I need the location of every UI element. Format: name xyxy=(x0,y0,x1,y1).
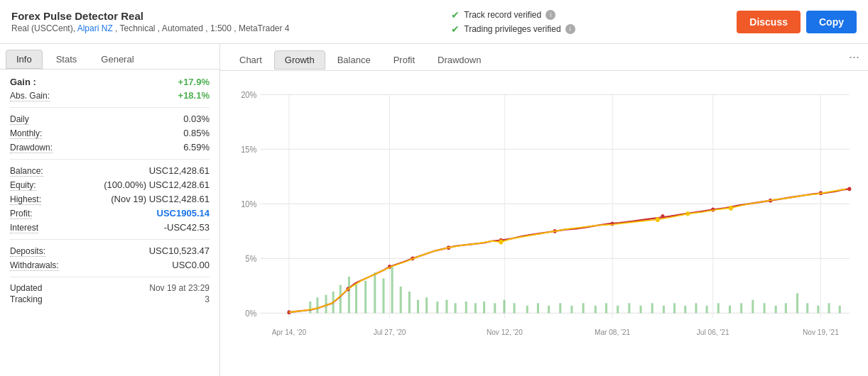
svg-rect-40 xyxy=(465,302,467,313)
chart-tab-balance[interactable]: Balance xyxy=(327,50,381,70)
copy-button[interactable]: Copy xyxy=(806,11,857,33)
equity-value: (100.00%) USC12,428.61 xyxy=(104,179,210,190)
daily-row: Daily 0.03% xyxy=(10,114,210,125)
svg-rect-35 xyxy=(417,300,419,314)
svg-rect-55 xyxy=(628,303,630,313)
info-icon-1[interactable]: i xyxy=(546,10,555,20)
check-icon-1: ✔ xyxy=(451,9,460,21)
svg-text:20%: 20% xyxy=(241,89,257,100)
chart-options-button[interactable]: ··· xyxy=(849,50,859,70)
highest-row: Highest: (Nov 19) USC12,428.61 xyxy=(10,194,210,205)
svg-rect-73 xyxy=(828,303,830,313)
balance-row: Balance: USC12,428.61 xyxy=(10,165,210,177)
svg-rect-38 xyxy=(445,300,447,314)
svg-point-88 xyxy=(499,240,503,245)
chart-tab-drawdown[interactable]: Drawdown xyxy=(427,50,492,70)
svg-rect-36 xyxy=(425,297,428,313)
interest-value: -USC42.53 xyxy=(164,222,210,233)
app-title: Forex Pulse Detector Real xyxy=(11,10,290,22)
alpari-link[interactable]: Alpari NZ xyxy=(77,23,113,33)
svg-rect-56 xyxy=(640,306,642,314)
balance-label: Balance: xyxy=(10,166,43,177)
svg-rect-31 xyxy=(382,278,384,313)
svg-rect-39 xyxy=(455,303,457,313)
svg-rect-49 xyxy=(559,303,561,313)
svg-rect-68 xyxy=(775,306,777,314)
abs-gain-label: Abs. Gain: xyxy=(10,91,50,101)
svg-rect-44 xyxy=(503,300,505,314)
svg-rect-28 xyxy=(355,283,357,313)
updated-value: Nov 19 at 23:29 xyxy=(149,283,210,293)
chart-tabs-row: Chart Growth Balance Profit Drawdown ··· xyxy=(220,44,868,71)
tracking-label: Tracking xyxy=(10,294,43,304)
tab-general[interactable]: General xyxy=(90,50,144,69)
interest-label: Interest xyxy=(10,223,38,233)
svg-rect-27 xyxy=(348,277,350,313)
tab-info[interactable]: Info xyxy=(6,50,43,69)
svg-rect-52 xyxy=(595,306,597,314)
chart-tab-chart[interactable]: Chart xyxy=(229,50,273,70)
svg-rect-58 xyxy=(663,306,665,314)
svg-rect-45 xyxy=(514,303,516,313)
svg-rect-46 xyxy=(526,306,528,314)
svg-rect-69 xyxy=(785,303,787,313)
svg-rect-66 xyxy=(752,300,754,314)
growth-chart: 20% 15% 10% 5% 0% Apr 14, '20 Jul 27, '2… xyxy=(232,78,857,376)
profit-row: Profit: USC1905.14 xyxy=(10,208,210,219)
drawdown-row: Drawdown: 6.59% xyxy=(10,142,210,153)
info-icon-2[interactable]: i xyxy=(565,24,575,34)
right-panel: Chart Growth Balance Profit Drawdown ··· xyxy=(220,44,868,376)
svg-rect-67 xyxy=(764,303,766,313)
svg-rect-47 xyxy=(537,303,539,313)
tracking-row: Tracking 3 xyxy=(10,294,210,304)
withdrawals-label: Withdrawals: xyxy=(10,260,59,271)
left-panel: Info Stats General Gain : +17.9% Abs. Ga… xyxy=(0,44,220,376)
svg-rect-57 xyxy=(651,303,653,313)
svg-rect-60 xyxy=(684,306,686,314)
svg-rect-74 xyxy=(839,306,841,314)
profit-label: Profit: xyxy=(10,209,32,219)
svg-rect-26 xyxy=(340,285,342,314)
track-record-check: ✔ Track record verified i xyxy=(451,9,575,21)
svg-rect-70 xyxy=(796,293,798,313)
chart-tab-growth[interactable]: Growth xyxy=(274,50,325,70)
highest-value: (Nov 19) USC12,428.61 xyxy=(111,194,210,204)
track-record-text: Track record verified xyxy=(464,10,541,20)
svg-rect-50 xyxy=(570,306,573,314)
svg-rect-61 xyxy=(695,303,697,313)
svg-point-89 xyxy=(656,217,660,222)
header-buttons: Discuss Copy xyxy=(737,11,857,33)
svg-rect-64 xyxy=(729,306,731,314)
tracking-value: 3 xyxy=(205,294,210,304)
deposits-label: Deposits: xyxy=(10,246,45,257)
gain-row: Gain : +17.9% xyxy=(10,77,210,87)
updated-row: Updated Nov 19 at 23:29 xyxy=(10,283,210,293)
svg-text:Jul 27, '20: Jul 27, '20 xyxy=(374,327,406,336)
left-content: Gain : +17.9% Abs. Gain: +18.1% Daily 0.… xyxy=(0,70,219,376)
svg-rect-22 xyxy=(309,302,311,313)
svg-rect-32 xyxy=(391,267,394,313)
profit-value: USC1905.14 xyxy=(157,208,210,219)
svg-point-83 xyxy=(661,214,664,219)
header-subtitle: Real (USCCent), Alpari NZ , Technical , … xyxy=(11,23,290,33)
monthly-value: 0.85% xyxy=(183,128,210,138)
deposits-value: USC10,523.47 xyxy=(149,245,210,256)
discuss-button[interactable]: Discuss xyxy=(737,11,801,33)
svg-rect-72 xyxy=(817,306,819,314)
equity-row: Equity: (100.00%) USC12,428.61 xyxy=(10,179,210,191)
tab-stats[interactable]: Stats xyxy=(45,50,88,69)
svg-rect-34 xyxy=(408,292,411,313)
svg-text:Nov 19, '21: Nov 19, '21 xyxy=(803,327,839,336)
deposits-row: Deposits: USC10,523.47 xyxy=(10,245,210,257)
svg-text:15%: 15% xyxy=(241,144,257,155)
trading-privileges-text: Trading privileges verified xyxy=(464,24,560,34)
svg-rect-42 xyxy=(483,302,485,313)
chart-tab-profit[interactable]: Profit xyxy=(383,50,425,70)
svg-rect-71 xyxy=(806,303,808,313)
svg-rect-33 xyxy=(400,287,402,313)
svg-point-87 xyxy=(847,187,851,191)
svg-point-91 xyxy=(729,206,733,211)
svg-rect-29 xyxy=(364,281,367,314)
svg-text:Nov 12, '20: Nov 12, '20 xyxy=(487,327,523,336)
svg-rect-41 xyxy=(474,303,477,313)
